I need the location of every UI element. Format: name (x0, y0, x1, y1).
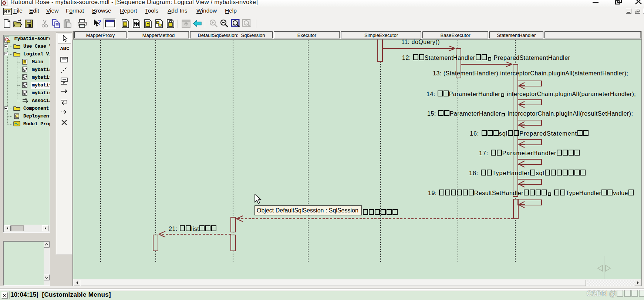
svg-text:?: ? (98, 19, 101, 26)
